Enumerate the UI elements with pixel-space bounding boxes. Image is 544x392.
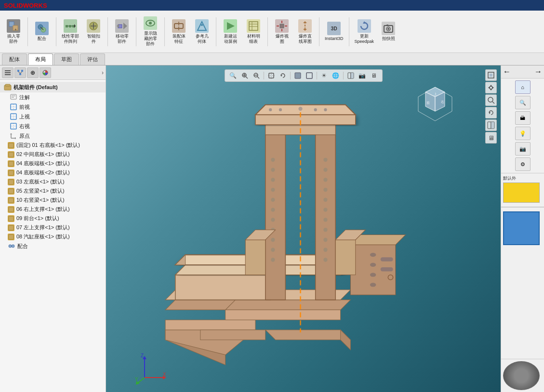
rp-swatch-blue[interactable] [503,211,540,245]
viewport-toolbar: 🔍 [225,69,383,82]
toolbar-instant3d[interactable]: 3D Instant3D [323,21,345,42]
svg-marker-108 [226,310,341,320]
tree-annotation[interactable]: 注解 [0,92,106,102]
svg-marker-181 [492,86,494,89]
vp-camera-btn[interactable]: 📷 [357,71,368,80]
rp-btn-home[interactable]: ⌂ [515,80,531,94]
toolbar-linear-array[interactable]: 线性零部件阵列 [60,18,81,45]
rp-btn-settings[interactable]: ⚙ [515,157,531,171]
tree-part-06[interactable]: 06 右上支撑<1> (默认) [0,205,106,214]
rp-nav-back[interactable]: ← [503,67,511,76]
rp-btn-scene[interactable]: 🏔 [515,111,531,125]
svg-marker-105 [265,330,351,340]
rp-btn-zoom[interactable]: 🔍 [515,96,531,109]
toolbar-show-hide[interactable]: 显示隐藏的零部件 [140,15,161,47]
vp-zoom-out-btn[interactable] [251,71,262,80]
explode-line-icon [298,19,312,33]
vc-fit-btn[interactable] [485,69,497,81]
tree-part-04b[interactable]: 04 底板端板<2> (默认) [0,168,106,177]
ref-geo-icon [195,19,209,33]
panel-btn-target[interactable]: ⊕ [27,67,39,78]
tree-origin[interactable]: 原点 [0,131,106,141]
tree-part-04a[interactable]: 04 底板端板<1> (默认) [0,159,106,168]
sep9 [349,17,349,46]
toolbar-explode-line[interactable]: 爆炸直线草图 [294,18,316,45]
vp-section-btn[interactable] [345,71,356,80]
tree-front-view[interactable]: 前视 [0,102,106,112]
rp-swatch-yellow[interactable] [503,183,540,203]
tree-right-view[interactable]: 右视 [0,121,106,131]
update-icon [358,19,371,33]
rp-btn-light[interactable]: 💡 [515,127,531,140]
toolbar-explode-view[interactable]: 爆炸视图 [271,18,292,45]
tab-peiti[interactable]: 配体 [2,53,27,65]
toolbar-ref-geo[interactable]: 参考几何体 [191,18,212,45]
instant3d-icon: 3D [327,22,341,35]
vc-pan-btn[interactable] [485,82,497,93]
tree-root-label: 机架组件 (Default) [13,84,58,91]
svg-rect-43 [5,72,11,73]
vp-pan-btn[interactable] [266,71,277,80]
tab-caotu[interactable]: 草图 [54,53,79,65]
tree-part-label-05: 05 左竖梁<1> (默认) [16,187,65,195]
panel-btn-list[interactable] [2,67,13,78]
panel-chevron[interactable]: › [102,69,104,76]
svg-point-135 [269,108,272,111]
svg-point-153 [323,178,327,182]
vc-rotate-btn[interactable] [485,107,497,118]
toolbar-smart-parts[interactable]: 智能扣件 [83,18,104,45]
tree-part-09[interactable]: 09 前台<1> (默认) [0,214,106,223]
vc-zoom-btn[interactable] [485,94,497,106]
toolbar-assemble[interactable]: 配合 [31,21,53,42]
tab-pinggu[interactable]: 评估 [80,53,105,65]
svg-text:Y: Y [135,377,138,382]
vc-section-btn[interactable] [485,119,497,131]
tree-part-10[interactable]: 10 右竖梁<1> (默认) [0,196,106,205]
tree-part-08[interactable]: 08 汽缸座板<1> (默认) [0,232,106,241]
tree-mate[interactable]: 配合 [0,241,106,251]
toolbar-new-motion[interactable]: 新建运动算例 [220,18,241,45]
svg-marker-90 [281,75,282,77]
svg-point-142 [271,178,275,182]
vp-rotate-btn[interactable] [278,71,288,80]
vp-zoom-in-btn[interactable] [239,71,250,80]
panel-btn-tree[interactable] [14,67,26,78]
viewport[interactable]: 🔍 [106,65,501,392]
toolbar-update[interactable]: 更新Speedpak [353,18,376,45]
svg-line-85 [257,77,259,78]
toolbar-mate-feature[interactable]: 装配体特征 [168,18,189,45]
vp-light-btn[interactable]: ☀ [319,71,330,80]
svg-point-151 [323,158,327,162]
tree-part-05[interactable]: 05 左竖梁<1> (默认) [0,186,106,196]
tree-part-02[interactable]: 02 中间底板<1> (默认) [0,150,106,159]
toolbar-material[interactable]: 材料明细表 [243,18,264,45]
svg-marker-129 [316,125,336,300]
sep3 [107,17,108,46]
vp-shaded-btn[interactable] [292,71,303,80]
vp-scene-btn[interactable]: 🌐 [331,71,341,80]
vc-display-btn[interactable]: 🖥 [485,132,497,144]
toolbar-insert-part[interactable]: + 插入零部件 [3,18,24,45]
tree-part-03[interactable]: 03 左底板<1> (默认) [0,177,106,186]
vp-monitor-btn[interactable]: 🖥 [369,71,379,80]
rp-nav-forward[interactable]: → [534,67,542,76]
svg-rect-72 [9,189,13,194]
panel-btn-color[interactable] [40,67,51,78]
toolbar-screenshot[interactable]: 拍快照 [378,21,399,42]
tree-part-label-01: (固定) 01 右底板<1> (默认) [16,142,80,149]
tree-view-icon-top [10,113,17,120]
nav-cube[interactable]: 上 前 右 [416,85,454,123]
tab-buju[interactable]: 布局 [28,53,53,65]
tree-part-07[interactable]: 07 左上支撑<1> (默认) [0,223,106,232]
vp-search-btn[interactable]: 🔍 [228,71,239,80]
tree-part-01[interactable]: (固定) 01 右底板<1> (默认) [0,141,106,150]
vp-sep4 [343,72,344,79]
tree-part-icon-05 [8,188,14,195]
tree-root[interactable]: 机架组件 (Default) [0,82,106,92]
toolbar-move-parts[interactable]: 移动零部件 [111,18,133,45]
svg-rect-74 [9,207,13,212]
vp-wireframe-btn[interactable] [304,71,315,80]
rp-btn-camera[interactable]: 📷 [515,142,531,156]
tree-top-view[interactable]: 上视 [0,112,106,121]
svg-rect-73 [9,198,13,203]
